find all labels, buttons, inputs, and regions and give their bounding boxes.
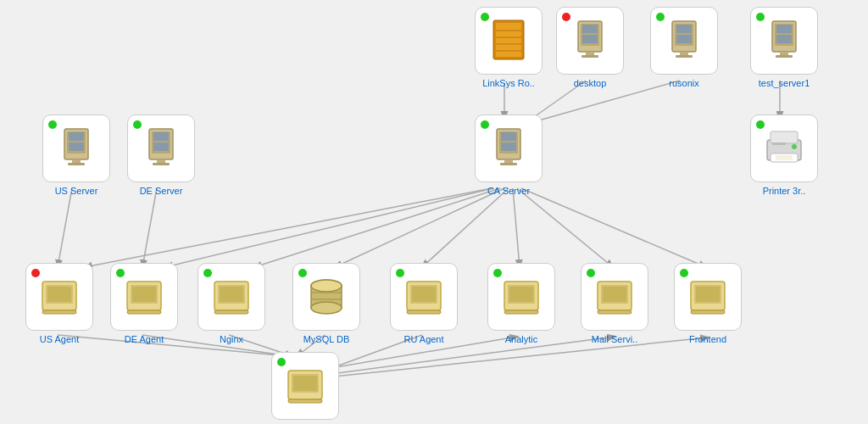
svg-rect-54 (153, 132, 169, 141)
mail-servi-status (587, 269, 595, 277)
us-agent-label: US Agent (40, 334, 79, 345)
svg-rect-50 (72, 159, 81, 163)
de-agent-node[interactable]: DE Agent (106, 263, 182, 345)
us-agent-status (31, 269, 40, 277)
de-server-label: DE Server (140, 186, 183, 197)
svg-rect-102 (696, 287, 720, 302)
ru-agent-node[interactable]: RU Agent (386, 263, 462, 345)
test-server1-label: test_server1 (759, 78, 810, 89)
test-server1-icon (765, 20, 803, 62)
de-server-node[interactable]: DE Server (123, 114, 199, 197)
svg-line-10 (517, 188, 613, 267)
frontend-status (680, 269, 688, 277)
svg-line-11 (521, 188, 706, 267)
svg-rect-103 (691, 310, 725, 314)
bottom-node[interactable] (267, 352, 343, 420)
svg-line-5 (165, 188, 493, 267)
svg-point-85 (311, 280, 342, 292)
ru-agent-label: RU Agent (403, 334, 443, 345)
printer-icon (764, 130, 804, 167)
svg-rect-32 (586, 52, 594, 55)
svg-point-68 (792, 144, 797, 149)
svg-line-7 (335, 188, 504, 267)
us-server-node[interactable]: US Server (38, 114, 114, 197)
svg-line-12 (58, 188, 72, 267)
svg-line-13 (142, 188, 157, 267)
svg-rect-49 (69, 142, 84, 151)
svg-rect-38 (680, 52, 688, 55)
svg-rect-60 (501, 132, 516, 141)
svg-rect-55 (153, 142, 169, 151)
svg-rect-72 (47, 287, 71, 302)
svg-rect-43 (776, 35, 792, 43)
svg-rect-107 (288, 399, 322, 403)
analytic-status (493, 269, 502, 277)
svg-rect-56 (157, 159, 165, 163)
rusonix-label: rusonix (669, 78, 698, 89)
desktop-node[interactable]: desktop (552, 7, 628, 89)
svg-rect-37 (676, 35, 692, 43)
linksys-status (481, 13, 489, 21)
svg-rect-76 (132, 287, 156, 302)
rusonix-status (656, 13, 665, 21)
svg-rect-98 (603, 287, 626, 302)
linksys-label: LinkSys Ro.. (482, 78, 535, 89)
mail-servi-label: Mail Servi.. (592, 334, 637, 345)
de-agent-status (116, 269, 125, 277)
nginx-icon (211, 278, 252, 315)
frontend-node[interactable]: Frontend (670, 263, 746, 345)
us-server-icon (58, 127, 95, 170)
ca-server-node[interactable]: CA Server (470, 114, 547, 197)
mail-icon (594, 278, 635, 315)
desktop-icon (571, 20, 609, 62)
mysql-icon (308, 276, 345, 318)
ru-agent-icon (403, 278, 444, 315)
svg-point-84 (311, 302, 342, 314)
us-agent-node[interactable]: US Agent (21, 263, 97, 345)
svg-rect-77 (127, 310, 161, 314)
ca-server-icon (490, 127, 527, 170)
linksys-node[interactable]: LinkSys Ro.. (470, 7, 547, 89)
ru-agent-status (396, 269, 404, 277)
svg-rect-61 (501, 142, 516, 151)
ca-server-label: CA Server (487, 186, 530, 197)
svg-rect-67 (776, 155, 793, 160)
svg-rect-33 (581, 55, 598, 58)
svg-rect-31 (582, 35, 598, 43)
bottom-node-icon (285, 367, 326, 404)
svg-rect-30 (582, 25, 598, 33)
svg-rect-95 (504, 310, 538, 314)
analytic-node[interactable]: Analytic (483, 263, 559, 345)
svg-rect-81 (214, 310, 248, 314)
mail-servi-node[interactable]: Mail Servi.. (576, 263, 653, 345)
svg-rect-51 (68, 163, 85, 165)
svg-rect-23 (496, 23, 521, 57)
us-server-status (48, 120, 57, 129)
svg-rect-94 (509, 287, 533, 302)
nginx-node[interactable]: Nginx (193, 263, 270, 345)
svg-rect-48 (69, 132, 84, 141)
frontend-label: Frontend (689, 334, 726, 345)
de-agent-icon (124, 278, 164, 315)
svg-rect-90 (412, 287, 436, 302)
mysql-db-node[interactable]: MySQL DB (288, 263, 364, 345)
svg-rect-42 (776, 25, 792, 33)
printer-status (756, 120, 765, 129)
printer-node[interactable]: Printer 3r.. (746, 114, 822, 197)
rusonix-icon (665, 20, 703, 62)
svg-line-8 (422, 188, 509, 267)
svg-rect-73 (42, 310, 76, 314)
svg-rect-63 (500, 163, 517, 165)
svg-rect-80 (220, 287, 243, 302)
test-server1-node[interactable]: test_server1 (746, 7, 822, 89)
nginx-label: Nginx (220, 334, 243, 345)
svg-line-4 (85, 188, 492, 267)
svg-rect-62 (504, 159, 513, 163)
analytic-label: Analytic (505, 334, 538, 345)
rusonix-node[interactable]: rusonix (646, 7, 722, 89)
analytic-icon (501, 278, 542, 315)
de-server-status (133, 120, 142, 129)
svg-rect-99 (598, 310, 632, 314)
svg-rect-44 (780, 52, 788, 55)
svg-rect-69 (772, 142, 786, 145)
